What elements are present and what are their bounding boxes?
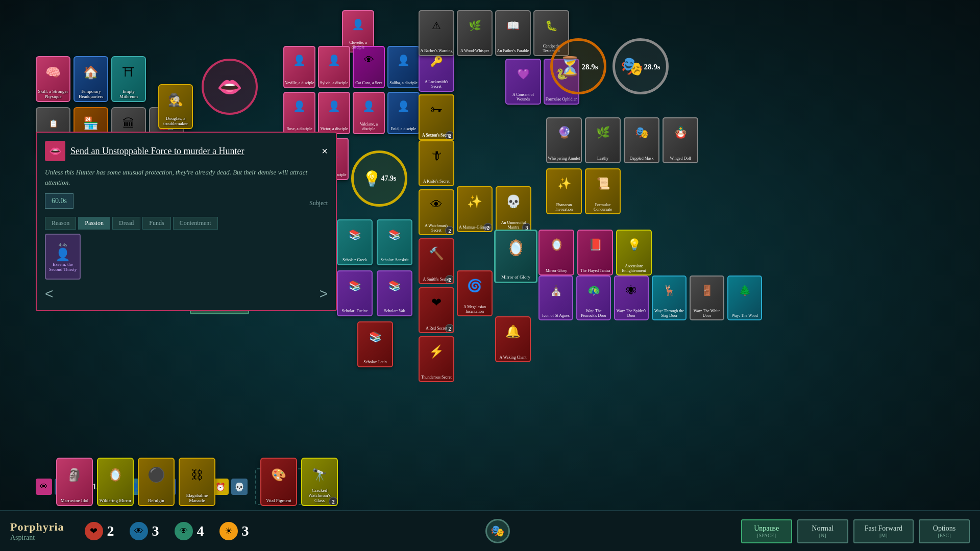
player-info: Porphyria Aspirant xyxy=(10,520,64,542)
prev-arrow[interactable]: < xyxy=(45,286,53,302)
vital-pigment-card[interactable]: 🎨 Vital Pigment xyxy=(260,458,297,506)
hourglass-timer-label: 28.9s xyxy=(581,63,598,71)
scholar-fucine-card[interactable]: 📚 Scholar: Fucine xyxy=(337,270,373,316)
options-button[interactable]: Options [ESC] xyxy=(919,519,970,543)
leathy-card[interactable]: 🌿 Leathy xyxy=(585,117,621,163)
scholar-latin-wrap[interactable]: 📚 Scholar: Latin xyxy=(357,321,393,367)
flayed-tantra-card[interactable]: 📕 The Flayed Tantra xyxy=(577,230,613,276)
fast-forward-button[interactable]: Fast Forward [M] xyxy=(853,519,914,543)
valciane-card[interactable]: 👤 Valciane, a disciple xyxy=(353,92,385,134)
red-secret-card[interactable]: ❤ A Red Secret 2 xyxy=(419,287,454,333)
barbers-warning-card[interactable]: ⚠ A Barber's Warning xyxy=(419,10,454,56)
megalesian-card[interactable]: 🌀 A Megalesian Incantation xyxy=(457,270,493,316)
unmerciful-mantra-card[interactable]: 💀 An Unmerciful Mantra 3 xyxy=(496,186,531,232)
peacocks-door-card[interactable]: 🦚 Way: The Peacock's Door xyxy=(576,276,611,320)
verb-icon-bottom[interactable]: 🎭 xyxy=(485,519,510,543)
tab-passion[interactable]: Passion xyxy=(78,217,110,230)
smiths-secret-card[interactable]: 🔨 A Smith's Secret 2 xyxy=(419,238,454,284)
strip-icon-1: 👁 xyxy=(36,479,52,495)
phanaean-card[interactable]: ✨ Phanaean Invocation xyxy=(546,168,582,214)
spiders-door-card[interactable]: 🕷 Way: The Spider's Door xyxy=(614,276,649,320)
rose-card[interactable]: 👤 Rose, a disciple xyxy=(283,92,315,134)
saliba-card[interactable]: 👤 Saliba, a disciple xyxy=(387,46,420,88)
scholar-vak-card[interactable]: 📚 Scholar: Vak xyxy=(377,270,412,316)
bottom-bar: Porphyria Aspirant ❤ 2 👁 3 👁 4 ☀ 3 🎭 U xyxy=(0,510,980,551)
tab-reason[interactable]: Reason xyxy=(45,217,76,230)
mask-timer-label: 28.9s xyxy=(644,63,660,71)
formulae-concursate-card[interactable]: 📜 Formulae Concursate xyxy=(585,168,621,214)
right-spells-row2: ✨ Phanaean Invocation 📜 Formulae Concurs… xyxy=(546,168,621,214)
wildering-mirror-card[interactable]: 🪞 Wildering Mirror xyxy=(97,458,134,506)
incantation-area: 🌀 A Megalesian Incantation xyxy=(457,270,493,316)
stag-door-card[interactable]: 🦌 Way: Through the Stag Door xyxy=(652,276,687,320)
tab-dread[interactable]: Dread xyxy=(112,217,140,230)
mansus-glimpse-card[interactable]: ✨ A Mansus-Glimpse 2 xyxy=(457,186,493,232)
douglas-card[interactable]: 🕵 Douglas, a troublemaker xyxy=(158,84,193,129)
mask-timer[interactable]: 🎭 28.9s xyxy=(612,38,669,94)
hourglass-timer[interactable]: ⏳ 28.9s xyxy=(550,38,606,94)
ascension-card[interactable]: 💡 Ascension: Enlightenment xyxy=(616,230,652,276)
knifes-secret-card[interactable]: 🗡 A Knife's Secret xyxy=(419,140,454,186)
health-stat: ❤ 2 xyxy=(85,522,114,540)
whispering-amulet-card[interactable]: 🔮 Whispering Amulet xyxy=(546,117,582,163)
tab-funds[interactable]: Funds xyxy=(142,217,170,230)
passion-value: 3 xyxy=(152,523,159,539)
unpause-button[interactable]: Unpause [SPACE] xyxy=(741,519,792,543)
fathers-parable-card[interactable]: 📖 An Father's Parable xyxy=(495,10,531,56)
wood-whisper-card[interactable]: 🌿 A Wood-Whisper xyxy=(457,10,493,56)
wood-door-card[interactable]: 🌲 Way: The Wood xyxy=(727,276,762,320)
modal-close-button[interactable]: × xyxy=(322,145,328,157)
right-spells-row3: 🪞 Mirror Glory 📕 The Flayed Tantra 💡 Asc… xyxy=(538,230,652,276)
elagabaline-card[interactable]: ⛓ Elagabaline Manacle xyxy=(179,458,215,506)
mithreum-card[interactable]: ⛩ Empty Mithreum xyxy=(111,56,146,102)
scholar-sanskrit-card[interactable]: 📚 Scholar: Sanskrit xyxy=(377,219,412,265)
top-secrets-row: ⚠ A Barber's Warning 🌿 A Wood-Whisper 📖 … xyxy=(419,10,569,56)
card-gap xyxy=(219,458,256,506)
health-value: 2 xyxy=(107,523,114,539)
tab-contentment[interactable]: Contentment xyxy=(173,217,218,230)
modal-title: Send an Unstoppable Force to murder a Hu… xyxy=(70,146,316,157)
murder-verb-slot[interactable]: 👄 xyxy=(202,59,258,115)
modal-subject-label: Subject xyxy=(309,199,328,207)
icon-st-agnes-card[interactable]: ⛪ Icon of St Agnes xyxy=(538,276,573,320)
way-cards-row: ⛪ Icon of St Agnes 🦚 Way: The Peacock's … xyxy=(538,276,762,320)
skill-card[interactable]: 🧠 Skill: a Stronger Physique xyxy=(36,56,70,102)
right-spells-row1: 🔮 Whispering Amulet 🌿 Leathy 🎭 Dappled M… xyxy=(546,117,698,163)
sextons-secret-pos[interactable]: 🗝 A Sexton's Secret 2 xyxy=(419,94,454,140)
victor-card[interactable]: 👤 Victor, a disciple xyxy=(318,92,350,134)
refulgin-card[interactable]: ⚫ Refulgin xyxy=(138,458,175,506)
bottom-buttons: Unpause [SPACE] Normal [N] Fast Forward … xyxy=(741,519,970,543)
scholars-row1: 📚 Scholar: Greek 📚 Scholar: Sanskrit xyxy=(337,219,412,265)
mirror-glory-wrap[interactable]: 🪞 Mirror of Glory xyxy=(494,230,537,283)
light-timer[interactable]: 💡 47.9s xyxy=(351,151,407,207)
thunderous-secret-card[interactable]: ⚡ Thunderous Secret xyxy=(419,336,454,382)
reason-value: 4 xyxy=(197,523,204,539)
neville-card[interactable]: 👤 Neville, a disciple xyxy=(283,46,315,88)
modal-timer: 60.0s xyxy=(45,193,74,209)
scholar-greek-card[interactable]: 📚 Scholar: Greek xyxy=(337,219,373,265)
funds-value: 3 xyxy=(242,523,249,539)
winged-doll-card[interactable]: 🪆 Winged Doll xyxy=(663,117,698,163)
waking-chant-wrap[interactable]: 🔔 A Waking Chant xyxy=(495,316,531,362)
player-title: Aspirant xyxy=(10,534,64,542)
dappled-mask-card[interactable]: 🎭 Dappled Mask xyxy=(624,117,659,163)
funds-icon: ☀ xyxy=(219,522,238,540)
marruvine-idol-card[interactable]: 🗿 Marruvine Idol xyxy=(56,458,93,506)
gold-secrets-row3: ✨ A Mansus-Glimpse 2 💀 An Unmerciful Man… xyxy=(457,186,531,232)
clovette-card-wrap[interactable]: 👤 Clovette, a disciple xyxy=(342,10,374,53)
mirror-glory-card[interactable]: 🪞 Mirror Glory xyxy=(538,230,574,276)
normal-button[interactable]: Normal [N] xyxy=(797,519,848,543)
murder-modal: 👄 Send an Unstoppable Force to murder a … xyxy=(36,132,337,311)
sylvia-card[interactable]: 👤 Sylvia, a disciple xyxy=(318,46,350,88)
subject-card[interactable]: 4:4s 👤 Ezeem, the Second Thirsty xyxy=(45,234,81,280)
white-door-card[interactable]: 🚪 Way: The White Door xyxy=(690,276,724,320)
passion-icon: 👁 xyxy=(130,522,148,540)
watchmans-secret-card[interactable]: 👁 A Watchman's Secret 2 xyxy=(419,189,454,235)
modal-icon: 👄 xyxy=(45,141,65,161)
enid-card[interactable]: 👤 Enid, a disciple xyxy=(387,92,420,134)
cat-caro-card[interactable]: 👁 Cat Caro, a Seer xyxy=(353,46,385,88)
headquarters-card[interactable]: 🏠 Temporary Headquarters xyxy=(74,56,108,102)
cracked-glass-card[interactable]: 🔭 Cracked Watchman's Glass 2 xyxy=(301,458,338,506)
next-arrow[interactable]: > xyxy=(320,286,328,302)
consent-wounds-card[interactable]: 💜 A Consent of Wounds xyxy=(505,59,541,105)
